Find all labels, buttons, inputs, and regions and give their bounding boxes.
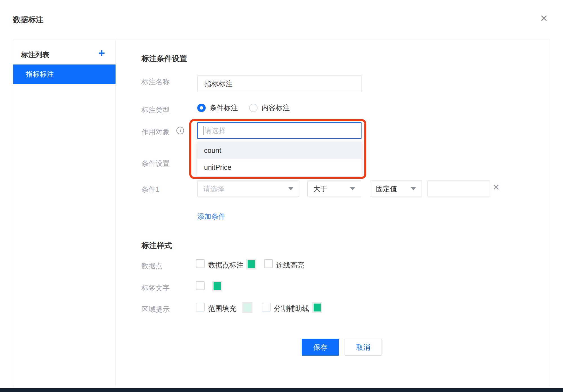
radio-content-annotation-label[interactable]: 内容标注: [261, 103, 290, 112]
data-point-color-swatch[interactable]: [246, 259, 256, 270]
range-fill-checkbox[interactable]: [196, 303, 205, 311]
dialog-title: 数据标注: [13, 15, 43, 25]
save-button[interactable]: 保存: [302, 339, 339, 356]
bottom-bar: [0, 388, 563, 392]
data-point-label: 数据点: [141, 261, 163, 271]
style-section-title: 标注样式: [141, 240, 172, 251]
chevron-down-icon: [288, 187, 293, 190]
data-point-annotation-checkbox[interactable]: [196, 259, 205, 268]
annotation-type-radio-group: 条件标注 内容标注: [197, 103, 297, 112]
target-field-label: 作用对象: [141, 127, 170, 137]
split-guide-checkbox[interactable]: [262, 303, 271, 311]
name-field-label: 标注名称: [141, 77, 170, 86]
annotation-list-header: 标注列表: [21, 50, 49, 59]
range-fill-checkbox-label[interactable]: 范围填充: [208, 304, 236, 313]
green-color-swatch: [248, 260, 255, 268]
sidebar-item-metric-annotation[interactable]: 指标标注: [13, 64, 116, 84]
annotation-name-value: 指标标注: [204, 79, 232, 88]
target-select-placeholder: 请选择: [205, 126, 226, 135]
area-hint-label: 区域提示: [141, 305, 170, 314]
split-guide-checkbox-label[interactable]: 分割辅助线: [274, 304, 309, 313]
condition-field-placeholder: 请选择: [203, 184, 224, 193]
data-annotation-dialog: 数据标注 ✕ 标注列表 + 指标标注 标注条件设置 标注名称 指标标注 标注类型…: [0, 0, 563, 392]
condition-field-select[interactable]: 请选择: [197, 181, 299, 197]
label-text-checkbox[interactable]: [196, 281, 205, 290]
condition1-label: 条件1: [141, 185, 159, 194]
radio-condition-annotation[interactable]: [197, 104, 206, 112]
add-condition-link[interactable]: 添加条件: [197, 212, 225, 221]
condition-value-type-value: 固定值: [376, 184, 397, 193]
remove-condition-icon[interactable]: ✕: [492, 183, 500, 192]
line-highlight-checkbox[interactable]: [264, 259, 273, 268]
annotation-name-input[interactable]: 指标标注: [197, 75, 362, 92]
type-field-label: 标注类型: [141, 105, 170, 115]
green-color-swatch: [314, 304, 321, 311]
condition-value-type-select[interactable]: 固定值: [370, 181, 422, 197]
add-annotation-icon[interactable]: +: [98, 47, 105, 59]
info-icon[interactable]: i: [176, 127, 184, 134]
dialog-body-panel: 标注列表 + 指标标注 标注条件设置 标注名称 指标标注 标注类型 条件标注 内…: [13, 40, 550, 387]
chevron-down-icon: [350, 187, 355, 190]
radio-condition-annotation-label[interactable]: 条件标注: [210, 103, 238, 112]
range-fill-color-swatch[interactable]: [242, 302, 252, 313]
sidebar-item-label: 指标标注: [26, 70, 54, 79]
data-point-annotation-checkbox-label[interactable]: 数据点标注: [208, 260, 243, 270]
condition-section-label: 条件设置: [141, 159, 170, 168]
label-text-color-swatch[interactable]: [212, 281, 222, 291]
condition-operator-select[interactable]: 大于: [307, 181, 361, 197]
split-guide-color-swatch[interactable]: [312, 302, 322, 313]
dropdown-option-unitprice[interactable]: unitPrice: [197, 159, 362, 176]
cancel-button[interactable]: 取消: [345, 339, 382, 356]
text-cursor: [203, 126, 203, 135]
close-icon[interactable]: ✕: [540, 14, 548, 23]
annotation-list-sidebar: 标注列表 + 指标标注: [13, 40, 116, 387]
chevron-down-icon: [411, 187, 416, 190]
radio-content-annotation[interactable]: [249, 104, 258, 112]
condition-value-input[interactable]: [427, 181, 490, 197]
green-color-swatch: [214, 282, 221, 290]
target-object-dropdown: count unitPrice: [197, 142, 362, 176]
dropdown-option-count[interactable]: count: [197, 142, 362, 159]
condition-operator-value: 大于: [313, 184, 327, 193]
line-highlight-checkbox-label[interactable]: 连线高亮: [276, 260, 304, 270]
label-text-label: 标签文字: [141, 283, 170, 293]
condition-settings-title: 标注条件设置: [141, 54, 187, 64]
annotation-settings-main: 标注条件设置 标注名称 指标标注 标注类型 条件标注 内容标注 作用对象 i 请…: [116, 40, 550, 387]
light-green-color-swatch: [244, 304, 251, 311]
target-object-select[interactable]: 请选择: [197, 122, 362, 139]
